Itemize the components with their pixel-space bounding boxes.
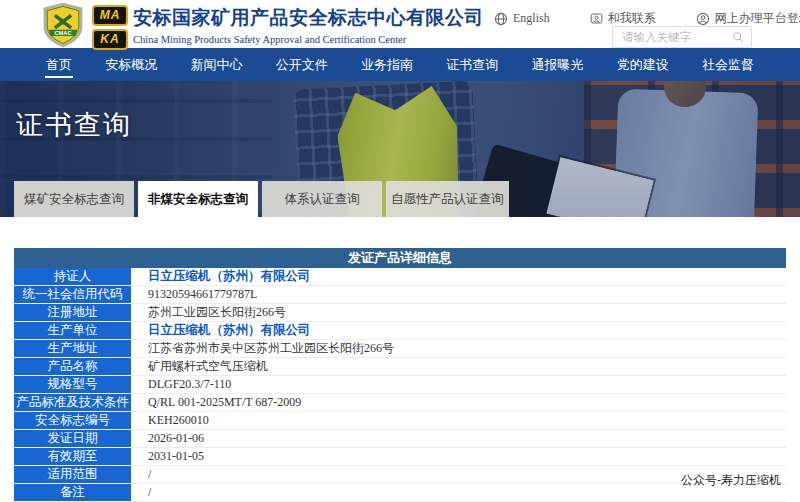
site-subtitle: China Mining Products Safety Approval an… [133,34,484,45]
nav-item[interactable]: 党的建设 [617,48,669,81]
contact-link-label: 和我联系 [608,10,656,27]
table-row: 统一社会信用代码 91320594661779787L [14,286,786,304]
row-label: 适用范围 [14,466,131,484]
page-header: CMAC MA KA 安标国家矿用产品安全标志中心有限公司 China Mini… [0,0,800,48]
site-title: 安标国家矿用产品安全标志中心有限公司 [133,5,484,31]
table-row: 备注 / [14,484,786,502]
row-value: 江苏省苏州市吴中区苏州工业园区长阳街266号 [131,340,786,358]
user-icon [696,12,710,26]
row-label: 安全标志编号 [14,412,131,430]
hero-banner: 证书查询 煤矿安全标志查询 非煤安全标志查询 体系认证查询 自愿性产品认证查询 [0,81,800,217]
row-value: 苏州工业园区长阳街266号 [131,304,786,322]
login-link[interactable]: 网上办理平台登录 [696,10,800,27]
row-value: 2026-01-06 [131,430,786,448]
table-row: 发证日期 2026-01-06 [14,430,786,448]
globe-icon [494,12,508,26]
table-row: 产品标准及技术条件 Q/RL 001-2025MT/T 687-2009 [14,394,786,412]
row-label: 规格型号 [14,376,131,394]
table-row: 规格型号 DLGF20.3/7-110 [14,376,786,394]
ma-badge: MA [92,5,128,26]
ka-badge: KA [92,29,128,50]
search-icon[interactable] [732,31,744,43]
certificate-detail-table: 发证产品详细信息 持证人 日立压缩机（苏州）有限公司 统一社会信用代码 9132… [14,248,786,502]
nav-item[interactable]: 安标概况 [105,48,157,81]
nav-item[interactable]: 证书查询 [446,48,498,81]
search-box [612,26,752,48]
tab[interactable]: 自愿性产品认证查询 [386,181,509,217]
row-label: 产品名称 [14,358,131,376]
row-label: 统一社会信用代码 [14,286,131,304]
nav-item[interactable]: 社会监督 [702,48,754,81]
ma-ka-badges: MA KA [92,5,128,50]
nav-item[interactable]: 业务指南 [361,48,413,81]
nav-item[interactable]: 新闻中心 [191,48,243,81]
row-value: DLGF20.3/7-110 [131,376,786,394]
table-row: 安全标志编号 KEH260010 [14,412,786,430]
table-row: 有效期至 2031-01-05 [14,448,786,466]
row-value: KEH260010 [131,412,786,430]
login-link-label: 网上办理平台登录 [715,10,800,27]
language-link-label: English [513,11,550,26]
table-title: 发证产品详细信息 [14,248,786,268]
row-label: 备注 [14,484,131,502]
row-value[interactable]: 日立压缩机（苏州）有限公司 [131,322,786,340]
row-value: 2031-01-05 [131,448,786,466]
nav-item[interactable]: 公开文件 [276,48,328,81]
nav-item[interactable]: 通报曝光 [532,48,584,81]
row-label: 有效期至 [14,448,131,466]
row-label: 产品标准及技术条件 [14,394,131,412]
query-tabs: 煤矿安全标志查询 非煤安全标志查询 体系认证查询 自愿性产品认证查询 [14,181,509,217]
cmac-shield-logo-icon: CMAC [38,3,88,47]
table-row: 生产地址 江苏省苏州市吴中区苏州工业园区长阳街266号 [14,340,786,358]
page-title: 证书查询 [16,107,132,143]
row-label: 持证人 [14,268,131,286]
row-value: 矿用螺杆式空气压缩机 [131,358,786,376]
table-row: 持证人 日立压缩机（苏州）有限公司 [14,268,786,286]
utility-links: English 和我联系 网上办理平台登录 [494,10,800,27]
contact-link[interactable]: 和我联系 [590,10,656,27]
site-titles: 安标国家矿用产品安全标志中心有限公司 China Mining Products… [133,5,484,45]
tab[interactable]: 煤矿安全标志查询 [14,181,134,217]
table-row: 适用范围 / [14,466,786,484]
tab[interactable]: 体系认证查询 [262,181,382,217]
watermark-text: 公众号-寿力压缩机 [681,472,781,489]
main-nav: 首页 安标概况 新闻中心 公开文件 业务指南 证书查询 通报曝光 党的建设 社会… [0,48,800,81]
row-label: 生产地址 [14,340,131,358]
table-rows: 持证人 日立压缩机（苏州）有限公司 统一社会信用代码 9132059466177… [14,268,786,502]
table-row: 生产单位 日立压缩机（苏州）有限公司 [14,322,786,340]
contact-card-icon [590,12,603,25]
table-row: 注册地址 苏州工业园区长阳街266号 [14,304,786,322]
table-row: 产品名称 矿用螺杆式空气压缩机 [14,358,786,376]
nav-item[interactable]: 首页 [46,48,72,81]
cmac-shield-text: CMAC [54,30,71,36]
row-label: 发证日期 [14,430,131,448]
search-input[interactable] [620,30,732,44]
language-link[interactable]: English [494,11,550,26]
tab[interactable]: 非煤安全标志查询 [138,181,258,217]
row-value: 91320594661779787L [131,286,786,304]
row-value[interactable]: 日立压缩机（苏州）有限公司 [131,268,786,286]
row-label: 生产单位 [14,322,131,340]
row-value: Q/RL 001-2025MT/T 687-2009 [131,394,786,412]
row-label: 注册地址 [14,304,131,322]
